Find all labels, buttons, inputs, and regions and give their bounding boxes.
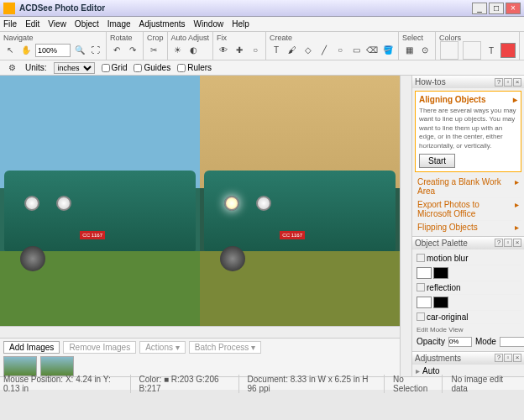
- status-selection: No Selection: [393, 375, 443, 393]
- add-images-button[interactable]: Add Images: [3, 341, 60, 354]
- opacity-input[interactable]: [448, 337, 472, 347]
- color-picker-a[interactable]: [440, 41, 458, 60]
- rulers-checkbox[interactable]: Rulers: [177, 63, 212, 72]
- color-picker-b[interactable]: [463, 41, 481, 60]
- color-swatch[interactable]: [500, 43, 516, 58]
- thumbnail-1[interactable]: [3, 356, 37, 376]
- zoom-input[interactable]: [35, 44, 71, 57]
- panel-pin-icon[interactable]: ▫: [504, 78, 512, 87]
- layer-reflection[interactable]: reflection: [415, 281, 521, 295]
- canvas[interactable]: CC 1167 CC 1167: [0, 76, 400, 326]
- menu-bar: File Edit View Object Image Adjustments …: [0, 17, 524, 32]
- minimize-button[interactable]: _: [472, 3, 487, 14]
- panel-close-icon[interactable]: ×: [513, 78, 521, 87]
- hand-icon[interactable]: ✋: [19, 44, 33, 57]
- status-edit: No image edit data: [451, 375, 521, 393]
- rotate-left-icon[interactable]: ↶: [110, 44, 123, 57]
- heal-icon[interactable]: ✚: [233, 44, 246, 57]
- menu-file[interactable]: File: [3, 19, 17, 29]
- auto-adjust-icon[interactable]: ☀: [171, 44, 185, 57]
- status-color: Color: ■ R:203 G:206 B:217: [139, 375, 239, 393]
- brush-icon[interactable]: 🖌: [286, 44, 299, 57]
- status-document: Document: 8.33 in W x 6.25 in H 96 ppi: [248, 375, 385, 393]
- layer-car-original[interactable]: car-original: [415, 311, 521, 324]
- menu-edit[interactable]: Edit: [25, 19, 39, 29]
- title-bar: ACDSee Photo Editor _ □ ×: [0, 0, 524, 17]
- ruler-bar: ⚙ Units: inches Grid Guides Rulers: [0, 60, 524, 76]
- bucket-icon[interactable]: 🪣: [381, 44, 395, 57]
- text-tool-icon[interactable]: T: [485, 44, 498, 57]
- rotate-right-icon[interactable]: ↷: [126, 44, 139, 57]
- clone-icon[interactable]: ○: [249, 44, 262, 57]
- status-mouse: Mouse Position: X: 4.24 in Y: 0.13 in: [3, 375, 131, 393]
- start-button[interactable]: Start: [419, 154, 455, 168]
- thumbnail-2[interactable]: [40, 356, 74, 376]
- text-icon[interactable]: T: [270, 44, 283, 57]
- menu-help[interactable]: Help: [232, 19, 249, 29]
- chevron-right-icon[interactable]: ▸: [513, 95, 517, 104]
- layer-motion-blur[interactable]: motion blur: [415, 252, 521, 265]
- horizontal-scrollbar[interactable]: [0, 326, 400, 338]
- auto-levels-icon[interactable]: ◐: [187, 44, 201, 57]
- before-image: CC 1167: [0, 76, 200, 326]
- howto-link-2[interactable]: Export Photos to Microsoft Office▸: [415, 197, 521, 220]
- toolbar: Navigate ↖ ✋ 🔍 ⛶ Rotate↶↷ Crop✂ Auto Adj…: [0, 32, 524, 60]
- vertical-scrollbar[interactable]: [400, 76, 411, 376]
- eraser-icon[interactable]: ⌫: [365, 44, 379, 57]
- menu-image[interactable]: Image: [107, 19, 131, 29]
- ellipse-icon[interactable]: ○: [333, 44, 347, 57]
- menu-adjustments[interactable]: Adjustments: [139, 19, 186, 29]
- panel-help-icon[interactable]: ?: [495, 78, 503, 87]
- actions-dropdown[interactable]: Actions ▾: [139, 341, 186, 354]
- lasso-icon[interactable]: ⊙: [418, 44, 432, 57]
- side-panels: How-tos?▫× Aligning Objects▸ There are s…: [411, 76, 524, 376]
- guides-checkbox[interactable]: Guides: [134, 63, 170, 72]
- mode-select[interactable]: [500, 337, 524, 347]
- group-navigate: Navigate ↖ ✋ 🔍 ⛶: [0, 32, 107, 60]
- crop-icon[interactable]: ✂: [147, 44, 160, 57]
- menu-view[interactable]: View: [48, 19, 66, 29]
- howto-link-3[interactable]: Flipping Objects▸: [415, 220, 521, 234]
- menu-window[interactable]: Window: [194, 19, 224, 29]
- zoom-fit-icon[interactable]: ⛶: [89, 44, 102, 57]
- shape-icon[interactable]: ◇: [301, 44, 315, 57]
- close-button[interactable]: ×: [506, 3, 521, 14]
- bottom-panel: Add Images Remove Images Actions ▾ Batch…: [0, 338, 400, 376]
- units-select[interactable]: inches: [54, 62, 95, 74]
- howto-link-1[interactable]: Creating a Blank Work Area▸: [415, 175, 521, 197]
- line-icon[interactable]: ╱: [317, 44, 331, 57]
- after-image: CC 1167: [200, 76, 400, 326]
- remove-images-button[interactable]: Remove Images: [63, 341, 136, 354]
- redeye-icon[interactable]: 👁: [217, 44, 230, 57]
- app-title: ACDSee Photo Editor: [19, 3, 470, 13]
- app-icon: [3, 3, 15, 14]
- visibility-icon[interactable]: [417, 254, 425, 262]
- status-bar: Mouse Position: X: 4.24 in Y: 0.13 in Co…: [0, 376, 524, 390]
- rect-icon[interactable]: ▭: [349, 44, 363, 57]
- marquee-icon[interactable]: ▦: [402, 44, 416, 57]
- grid-checkbox[interactable]: Grid: [102, 63, 128, 72]
- maximize-button[interactable]: □: [489, 3, 504, 14]
- zoom-in-icon[interactable]: 🔍: [73, 44, 86, 57]
- menu-object[interactable]: Object: [75, 19, 99, 29]
- batch-process-dropdown[interactable]: Batch Process ▾: [189, 341, 261, 354]
- pointer-icon[interactable]: ↖: [3, 44, 17, 57]
- options-icon[interactable]: ⚙: [5, 61, 18, 75]
